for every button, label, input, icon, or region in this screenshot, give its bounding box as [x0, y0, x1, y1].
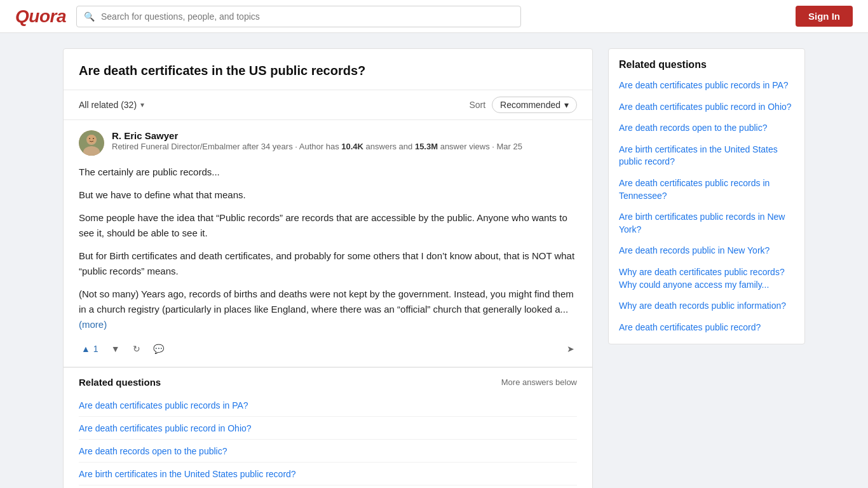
list-item: Are death certificates public record in … [79, 417, 577, 440]
list-item: Why are death records public information… [619, 300, 794, 313]
downvote-button[interactable]: ▼ [109, 341, 123, 356]
header-right: Sign In [796, 6, 853, 27]
chevron-down-icon: ▾ [140, 100, 144, 109]
right-sidebar: Related questions Are death certificates… [608, 48, 805, 488]
sidebar-list: Are death certificates public records in… [619, 79, 794, 334]
comment-icon: 💬 [153, 344, 164, 354]
upvote-button[interactable]: ▲ 1 [79, 341, 101, 356]
answer-para-2: But we have to define what that means. [79, 187, 577, 203]
author-name[interactable]: R. Eric Sawyer [112, 130, 522, 141]
svg-point-3 [87, 135, 96, 144]
author-bio-mid: answers and [363, 142, 415, 151]
all-related-label: All related (32) [79, 100, 137, 110]
answer-text: The certainly are public records... But … [79, 165, 577, 332]
downvote-icon: ▼ [111, 344, 120, 354]
answer-para-1: The certainly are public records... [79, 165, 577, 180]
answer-para-3: Some people have the idea that “Public r… [79, 210, 577, 241]
author-bio-suffix: answer views · Mar 25 [438, 142, 522, 151]
reshare-button[interactable]: ↻ [130, 341, 143, 356]
answer-actions: ▲ 1 ▼ ↻ 💬 ➤ [79, 341, 577, 356]
related-link-1[interactable]: Are death certificates public records in… [79, 400, 248, 410]
sidebar-card: Related questions Are death certificates… [608, 48, 805, 344]
answer-card: R. Eric Sawyer Retired Funeral Director/… [64, 120, 592, 367]
sidebar-link-5[interactable]: Are death certificates public records in… [619, 178, 770, 201]
sidebar-link-7[interactable]: Are death records public in New York? [619, 245, 770, 255]
sidebar-link-1[interactable]: Are death certificates public records in… [619, 80, 789, 90]
sort-dropdown[interactable]: Recommended ▾ [492, 97, 577, 113]
more-link[interactable]: (more) [79, 319, 107, 330]
sidebar-link-4[interactable]: Are birth certificates in the United Sta… [619, 144, 778, 167]
sort-value: Recommended [500, 100, 560, 110]
author-views: 15.3M [415, 142, 438, 151]
sidebar-title: Related questions [619, 59, 794, 71]
question-title: Are death certificates in the US public … [79, 62, 577, 79]
share-icon: ➤ [567, 344, 574, 354]
author-info: R. Eric Sawyer Retired Funeral Director/… [112, 130, 522, 152]
list-item: Are death records open to the public? [619, 122, 794, 135]
quora-logo[interactable]: Quora [15, 6, 66, 27]
answer-para-4: But for Birth certificates and death cer… [79, 248, 577, 279]
author-row: R. Eric Sawyer Retired Funeral Director/… [79, 130, 577, 156]
list-item: Are birth certificates in the United Sta… [79, 463, 577, 485]
all-related-filter[interactable]: All related (32) ▾ [79, 100, 144, 110]
sort-area: Sort Recommended ▾ [469, 97, 577, 113]
avatar [79, 130, 104, 156]
related-inline-header: Related questions More answers below [79, 377, 577, 388]
left-column: Are death certificates in the US public … [63, 48, 593, 488]
list-item: Are death records public in New York? [619, 245, 794, 257]
sidebar-link-2[interactable]: Are death certificates public record in … [619, 102, 792, 112]
sign-in-button[interactable]: Sign In [796, 6, 853, 27]
author-bio: Retired Funeral Director/Embalmer after … [112, 141, 522, 152]
question-title-area: Are death certificates in the US public … [64, 49, 592, 90]
related-inline-title: Related questions [79, 377, 161, 388]
upvote-count: 1 [93, 344, 98, 354]
svg-point-4 [89, 138, 90, 139]
list-item: Are death certificates public records in… [79, 485, 577, 488]
search-icon: 🔍 [84, 11, 95, 22]
related-link-2[interactable]: Are death certificates public record in … [79, 423, 252, 433]
sidebar-link-6[interactable]: Are birth certificates public records in… [619, 212, 785, 234]
list-item: Are birth certificates public records in… [619, 211, 794, 236]
list-item: Are death certificates public records in… [79, 394, 577, 417]
author-answers: 10.4K [341, 142, 363, 151]
list-item: Are death certificates public records in… [619, 177, 794, 202]
related-link-4[interactable]: Are birth certificates in the United Sta… [79, 469, 296, 479]
reshare-icon: ↻ [133, 344, 140, 354]
list-item: Are death certificates public record in … [619, 101, 794, 114]
author-bio-prefix: Retired Funeral Director/Embalmer after … [112, 142, 341, 151]
related-link-3[interactable]: Are death records open to the public? [79, 446, 227, 456]
share-button[interactable]: ➤ [564, 341, 577, 356]
main-content: Are death certificates in the US public … [53, 33, 815, 488]
list-item: Why are death certificates public record… [619, 266, 794, 291]
sidebar-link-8[interactable]: Why are death certificates public record… [619, 267, 785, 290]
search-bar: 🔍 [76, 6, 521, 27]
comment-button[interactable]: 💬 [151, 341, 166, 356]
svg-point-5 [93, 138, 94, 139]
answer-para-5: (Not so many) Years ago, records of birt… [79, 287, 577, 332]
sidebar-link-3[interactable]: Are death records open to the public? [619, 123, 768, 133]
list-item: Are birth certificates in the United Sta… [619, 144, 794, 168]
sort-label: Sort [469, 100, 485, 110]
header: Quora 🔍 Sign In [0, 0, 868, 33]
related-questions-inline: Related questions More answers below Are… [64, 367, 592, 488]
sidebar-link-10[interactable]: Are death certificates public record? [619, 322, 761, 332]
more-answers-below: More answers below [501, 377, 577, 387]
list-item: Are death certificates public records in… [619, 79, 794, 92]
search-input[interactable] [76, 6, 521, 27]
sidebar-link-9[interactable]: Why are death records public information… [619, 301, 786, 311]
upvote-icon: ▲ [81, 344, 90, 354]
filter-bar: All related (32) ▾ Sort Recommended ▾ [64, 90, 592, 120]
question-panel: Are death certificates in the US public … [63, 48, 593, 488]
related-inline-list: Are death certificates public records in… [79, 394, 577, 488]
list-item: Are death records open to the public? [79, 440, 577, 463]
list-item: Are death certificates public record? [619, 322, 794, 334]
sort-chevron-icon: ▾ [564, 100, 569, 110]
